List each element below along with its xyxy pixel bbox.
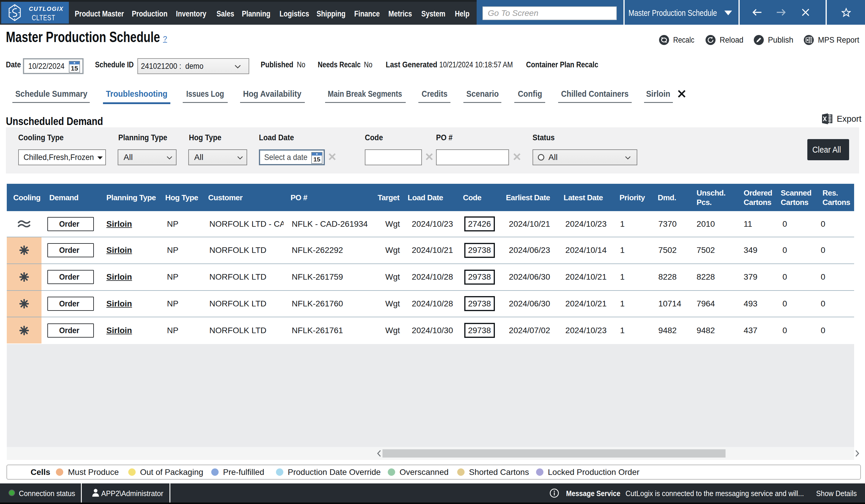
svg-text:15: 15 (71, 65, 78, 72)
svg-text:15: 15 (313, 156, 320, 163)
